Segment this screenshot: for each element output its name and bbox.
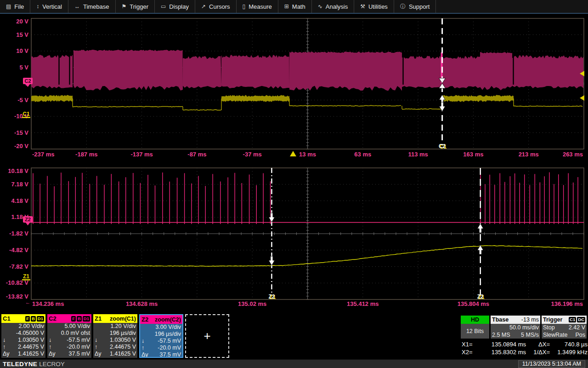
trace-descriptor-c2[interactable]: C2FBD15.00 V/div0.0 mV ofst↓-57.5 mV↑-20… bbox=[47, 314, 91, 358]
flag-badge: B bbox=[31, 316, 36, 322]
svg-text:C2: C2 bbox=[24, 78, 31, 84]
x-axis-label: 263 ms bbox=[563, 151, 583, 158]
trigger-time-marker[interactable] bbox=[290, 151, 296, 156]
trace-descriptor-z2[interactable]: Z2zoom(C2)3.00 V/div196 µs/div↓-57.5 mV↑… bbox=[139, 314, 183, 358]
x-axis-label: 134.236 ms bbox=[32, 300, 64, 307]
menu-item-analysis[interactable]: ∿Analysis bbox=[312, 0, 354, 13]
descriptor-row: C1FBD12.00 V/div-4.05000 V↓1.03050 V↑2.4… bbox=[1, 314, 229, 358]
y-axis-label: -7.82 V bbox=[9, 263, 28, 270]
y-axis-label: 7.18 V bbox=[11, 181, 28, 188]
y-axis-label: -20 V bbox=[14, 143, 28, 150]
x-axis-label: 163 ms bbox=[463, 151, 483, 158]
add-trace-box[interactable]: + bbox=[185, 314, 229, 358]
trace-source: zoom(C1) bbox=[110, 316, 136, 322]
y-axis-label: 15 V bbox=[16, 31, 28, 38]
cursor-x1[interactable]: Z1Z2 bbox=[268, 168, 276, 300]
invdx-value: 1.3499 kHz bbox=[550, 348, 588, 356]
trigger-icon: ⚑ bbox=[122, 4, 127, 9]
stat-value: -20.0 mV bbox=[158, 345, 181, 351]
x-axis-label: 135.804 ms bbox=[458, 300, 489, 307]
status-bar: TELEDYNELECROY 11/13/2023 5:13:04 AM bbox=[0, 359, 588, 368]
timebase-scale: 50.0 ms/div bbox=[509, 324, 539, 331]
max-arrow-icon: ↑ bbox=[49, 344, 51, 351]
min-arrow-icon: ↓ bbox=[49, 337, 51, 344]
max-arrow-icon: ↑ bbox=[141, 345, 144, 351]
flag-badge: D1 bbox=[83, 316, 90, 322]
menu-item-timebase[interactable]: ↔Timebase bbox=[68, 0, 116, 13]
stat-value: -20.0 mV bbox=[67, 344, 90, 351]
menu-item-math[interactable]: ⊞Math bbox=[278, 0, 312, 13]
y-axis-label: 4.18 V bbox=[11, 197, 28, 204]
trigger-level: 2.42 V bbox=[569, 324, 585, 331]
x-axis-label: -37 ms bbox=[243, 151, 262, 158]
c1-zero-badge[interactable]: C1 bbox=[22, 111, 30, 118]
trace-id: C1 bbox=[3, 315, 11, 322]
descriptor-stat-row: ↓1.03050 V bbox=[93, 337, 137, 344]
flag-badge: F bbox=[71, 316, 76, 322]
cursor-label: C2 bbox=[439, 143, 446, 150]
cursor-x2[interactable]: Z1Z2 bbox=[477, 168, 485, 300]
trigger-badges: C1DC bbox=[568, 317, 585, 322]
trigger-type: SlewRate bbox=[543, 331, 568, 339]
descriptor-stat-row: ↑2.44675 V bbox=[93, 344, 137, 351]
stat-value: 2.44675 V bbox=[110, 344, 136, 351]
menu-item-vertical[interactable]: ↕Vertical bbox=[30, 0, 68, 13]
svg-text:Z1: Z1 bbox=[23, 273, 29, 280]
trigger-level-marker[interactable] bbox=[580, 95, 584, 101]
menu-item-label: Support bbox=[409, 3, 430, 10]
c1-trace bbox=[31, 95, 582, 110]
trigger-slope: Pos bbox=[575, 331, 585, 339]
timebase-samples: 2.5 MS bbox=[492, 331, 510, 339]
descriptor-value: 196 µs/div bbox=[93, 330, 137, 337]
scope-display[interactable]: 20 V15 V10 V5 V0-5 V-10 V-15 V-20 V-237 … bbox=[0, 0, 588, 313]
analysis-icon: ∿ bbox=[318, 4, 322, 9]
stat-value: -57.5 mV bbox=[67, 337, 90, 344]
x-axis-label: 113 ms bbox=[408, 151, 428, 158]
descriptor-value: 1.20 V/div bbox=[93, 323, 137, 330]
menu-item-cursors[interactable]: ↗Cursors bbox=[195, 0, 237, 13]
menu-item-display[interactable]: ▭Display bbox=[155, 0, 195, 13]
y-axis-label: -5 V bbox=[17, 97, 28, 104]
cursor-arrow-up-icon bbox=[477, 224, 483, 233]
y-axis-label: -13.82 V bbox=[6, 293, 28, 300]
stat-value: 1.03050 V bbox=[110, 337, 136, 344]
dx-value: 740.8 µs bbox=[550, 340, 588, 348]
trace-descriptor-z1[interactable]: Z1zoom(C1)1.20 V/div196 µs/div↓1.03050 V… bbox=[93, 314, 137, 358]
trigger-mode: Stop bbox=[543, 324, 555, 331]
z1-zero-badge[interactable]: Z1 bbox=[22, 273, 30, 281]
stat-value: 2.44675 V bbox=[18, 344, 44, 351]
timebase-title: Tbase bbox=[492, 316, 509, 323]
cursors-icon: ↗ bbox=[201, 4, 206, 9]
support-icon: ⓘ bbox=[400, 4, 406, 9]
trace-flags: FBD1 bbox=[24, 316, 44, 322]
menu-item-trigger[interactable]: ⚑Trigger bbox=[116, 0, 155, 13]
cursor-arrow-down-icon bbox=[269, 256, 275, 265]
cursor-label: Z2 bbox=[268, 293, 275, 300]
descriptor-stat-row: Δy1.41625 V bbox=[93, 351, 137, 357]
min-arrow-icon: ↓ bbox=[141, 338, 144, 345]
menu-item-label: Math bbox=[292, 3, 305, 10]
menu-item-label: File bbox=[14, 3, 24, 10]
descriptor-stat-row: Δy1.41625 V bbox=[1, 351, 45, 357]
x-axis-label: 63 ms bbox=[354, 151, 371, 158]
hd-status-box[interactable]: HD 12 Bits bbox=[461, 316, 489, 339]
trace-flags: FBD1 bbox=[70, 316, 90, 322]
y-axis-label: -1.82 V bbox=[9, 230, 28, 237]
descriptor-stat-row: ↓1.03050 V bbox=[1, 337, 45, 344]
x-axis-label: 135.02 ms bbox=[238, 300, 266, 307]
menu-item-utilities[interactable]: ⚒Utilities bbox=[354, 0, 394, 13]
menu-item-file[interactable]: ▤File bbox=[0, 0, 30, 13]
menu-item-measure[interactable]: ▯Measure bbox=[237, 0, 278, 13]
menu-item-support[interactable]: ⓘSupport bbox=[394, 0, 436, 13]
trace-descriptor-c1[interactable]: C1FBD12.00 V/div-4.05000 V↓1.03050 V↑2.4… bbox=[1, 314, 45, 358]
measure-icon: ▯ bbox=[243, 4, 246, 9]
y-axis-label: -15 V bbox=[14, 129, 28, 136]
flag-badge: F bbox=[25, 316, 30, 322]
max-arrow-icon: ↑ bbox=[95, 344, 97, 351]
menu-item-label: Display bbox=[169, 3, 189, 10]
x2-label: X2= bbox=[462, 348, 479, 356]
timebase-box[interactable]: Tbase -13 ms 50.0 ms/div 2.5 MS 5 MS/s bbox=[491, 316, 540, 339]
descriptor-value: -4.05000 V bbox=[1, 330, 45, 337]
descriptor-stat-row: ↓-57.5 mV bbox=[140, 338, 182, 345]
trigger-box[interactable]: Trigger C1DC Stop 2.42 V SlewRate Pos bbox=[542, 316, 587, 339]
